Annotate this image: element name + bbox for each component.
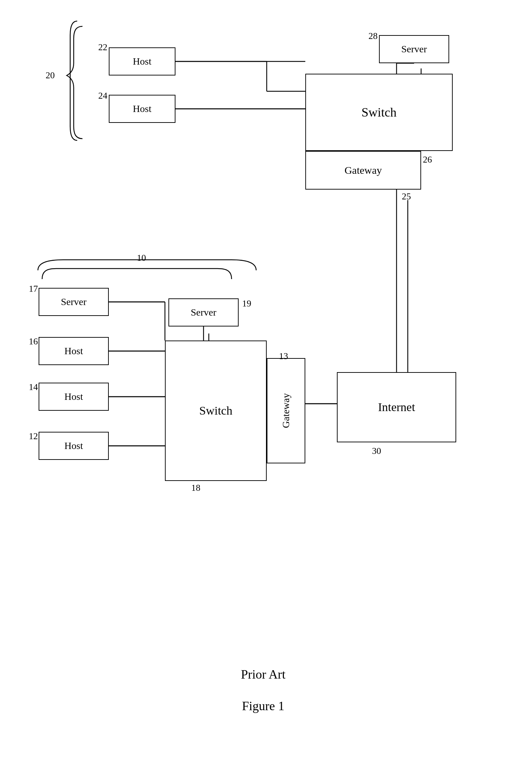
server17-label: Server [61,296,86,308]
caption-figure: Figure 1 [175,699,351,713]
label-18: 18 [191,483,200,493]
host22-label: Host [133,56,152,67]
label-24: 24 [98,91,107,101]
gateway13-box: Gateway [267,358,305,463]
label-16: 16 [29,336,38,347]
server28-label: Server [401,44,427,55]
host16-label: Host [65,345,83,357]
switch18-label: Switch [199,404,232,417]
caption-prior-art: Prior Art [175,667,351,682]
gateway-top-box: Gateway [305,151,421,190]
label-13: 13 [279,351,288,362]
host22-box: Host [109,47,175,75]
host14-box: Host [39,383,109,411]
host12-box: Host [39,432,109,460]
internet-label: Internet [378,401,415,414]
label-28: 28 [368,31,378,41]
host12-label: Host [65,440,83,451]
host14-label: Host [65,391,83,402]
label-19: 19 [242,298,251,309]
label-10: 10 [137,253,146,263]
label-14: 14 [29,382,38,392]
switch-top-box: Switch [305,74,453,151]
internet-box: Internet [337,372,456,442]
switch18-box: Switch [165,341,267,481]
label-25: 25 [402,191,411,202]
label-22: 22 [98,42,107,53]
label-12: 12 [29,431,38,442]
server19-label: Server [191,307,216,318]
label-30: 30 [372,446,381,456]
diagram: 20 Host 22 Host 24 Server 28 Switch Gate… [0,0,532,766]
server19-box: Server [168,298,239,326]
server17-box: Server [39,288,109,316]
label-20: 20 [46,70,55,81]
label-26: 26 [423,154,432,165]
label-17: 17 [29,284,38,294]
switch-top-label: Switch [361,105,397,120]
gateway-top-label: Gateway [345,164,382,176]
server28-box: Server [379,35,449,63]
gateway13-label: Gateway [280,393,292,428]
host24-box: Host [109,95,175,123]
host24-label: Host [133,103,152,114]
host16-box: Host [39,337,109,365]
